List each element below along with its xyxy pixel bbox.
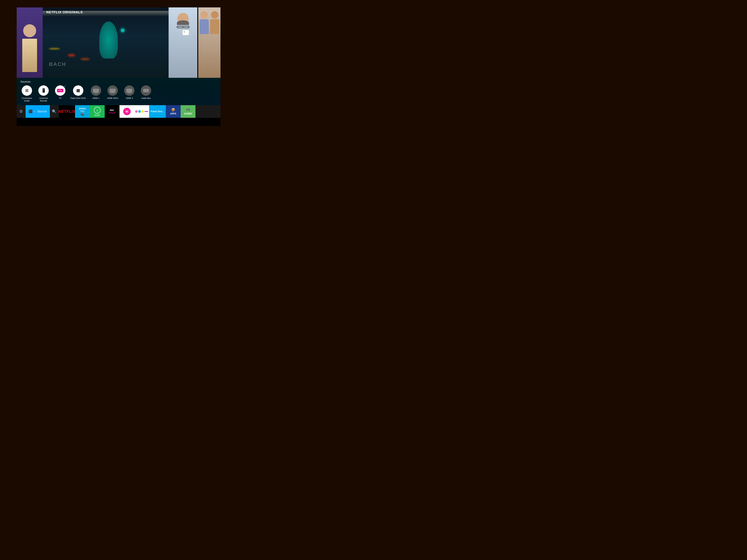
hdmi3-circle — [124, 85, 134, 96]
source-item-universal-remote[interactable]: 📱 UniversalRemote — [37, 85, 50, 102]
hdmi1-circle — [91, 85, 101, 96]
sources-title: Sources — [20, 80, 217, 83]
games-logo: 🎮 GAMES — [184, 108, 192, 115]
flash-drive-duo-label: Flash Drive DUO — [70, 97, 86, 100]
search-icon: 🔍 — [52, 109, 56, 114]
tv-label: TV — [59, 97, 61, 100]
thumbnails: BACH — [17, 7, 221, 78]
apps-tile[interactable]: 📦 APPS — [166, 105, 181, 118]
settings-button[interactable]: ⚙ — [17, 109, 26, 114]
hdmi3-icon — [126, 89, 132, 92]
netflix-originals-label: NETFLIX ORIGINALS — [46, 10, 83, 14]
flash-drive-tile[interactable]: Flash Driv... — [149, 105, 166, 118]
hdmi2dvi-label: HDMI 2/DVI — [107, 97, 118, 100]
flash-drive-duo-icon: ⬛ — [76, 89, 80, 92]
connection-guide-icon: ⊞ — [25, 88, 28, 93]
tv-active-checkmark: ✓ — [64, 85, 66, 87]
flash-drive-label: Flash Driv... — [151, 110, 164, 113]
thumb-right — [169, 7, 221, 78]
bbc-iplayer-logo: iPlayer — [109, 112, 115, 114]
prime-video-tile[interactable]: prime video 🎬 — [75, 105, 90, 118]
sources-items: ⊞ ConnectionGuide 📱 UniversalRemote ITV+… — [20, 85, 217, 102]
bbc-logo: BBC — [110, 109, 114, 111]
source-item-tv[interactable]: ITV+ ✓ TV — [54, 85, 67, 100]
source-arrow-icon: ⬛→ — [28, 109, 36, 113]
tv-circle: ITV+ ✓ — [55, 85, 66, 96]
content-area: NETFLIX ORIGINALS — [17, 7, 221, 78]
app-bar: ⚙ ⬛→ Source 🔍 NETFLIX prime video 🎬 ♪ — [17, 105, 221, 118]
spotify-tile[interactable]: ♪ Spotify — [90, 105, 105, 118]
source-button[interactable]: ⬛→ Source — [26, 105, 50, 118]
hdmi2dvi-icon — [110, 89, 115, 92]
source-item-hdmi1[interactable]: HDMI 1 — [89, 85, 102, 100]
universal-remote-icon: 📱 — [41, 88, 46, 93]
spotify-logo: ♪ Spotify — [94, 107, 101, 116]
source-item-connection-guide[interactable]: ⊞ ConnectionGuide — [20, 85, 33, 102]
itv-logo: itv — [123, 108, 131, 115]
sources-bar: Sources ⊞ ConnectionGuide 📱 UniversalRem… — [17, 78, 221, 105]
prime-video-logo: prime video 🎬 — [79, 107, 85, 116]
thumb-main: BACH — [43, 7, 169, 78]
hdmi3-label: HDMI 3 — [126, 97, 133, 100]
universal-remote-label: UniversalRemote — [39, 97, 48, 102]
universal-remote-circle: 📱 — [38, 85, 49, 96]
mixed-tile[interactable] — [134, 105, 149, 118]
bbc-iplayer-tile[interactable]: BBC iPlayer — [105, 105, 120, 118]
search-button[interactable]: 🔍 — [50, 109, 59, 114]
flash-drive-duo-circle: ⬛ — [73, 85, 83, 96]
cable-box-circle — [141, 85, 151, 96]
connection-guide-circle: ⊞ — [22, 85, 32, 96]
thumb-left — [17, 7, 43, 78]
netflix-logo: NETFLIX — [58, 109, 75, 114]
netflix-tile[interactable]: NETFLIX — [59, 105, 75, 118]
source-item-cable-box[interactable]: Cable Box — [139, 85, 153, 100]
cable-box-label: Cable Box — [141, 97, 151, 100]
source-item-hdmi3[interactable]: HDMI 3 — [123, 85, 136, 100]
tv-screen: NETFLIX ORIGINALS — [17, 7, 221, 126]
apps-logo: 📦 APPS — [170, 108, 176, 115]
itv-tile[interactable]: itv — [120, 105, 134, 118]
games-tile[interactable]: 🎮 GAMES — [181, 105, 196, 118]
mixed-logo — [135, 110, 148, 113]
connection-guide-label: ConnectionGuide — [22, 97, 32, 102]
hdmi1-icon — [93, 89, 99, 92]
source-label: Source — [37, 110, 47, 113]
hdmi2dvi-circle — [107, 85, 118, 96]
cable-box-icon — [143, 89, 149, 92]
hdmi1-label: HDMI 1 — [93, 97, 99, 100]
source-item-flash-drive-duo[interactable]: ⬛ Flash Drive DUO — [70, 85, 86, 100]
source-item-hdmi2dvi[interactable]: HDMI 2/DVI — [106, 85, 119, 100]
settings-icon: ⚙ — [19, 109, 23, 114]
